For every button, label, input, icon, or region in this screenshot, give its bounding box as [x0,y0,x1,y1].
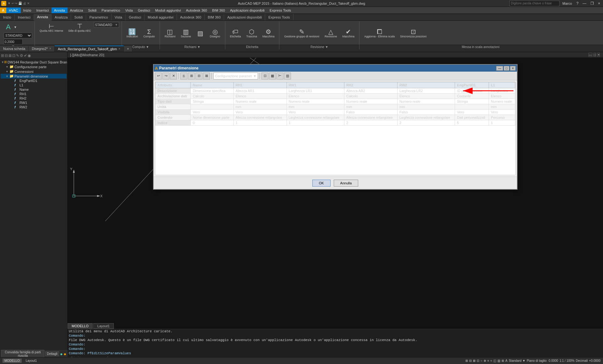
polar-icon[interactable]: ⊡ [477,359,479,362]
macchina2-btn[interactable]: ✔ Macchina [340,28,357,39]
revisione-btn[interactable]: △ Revisione [322,28,339,39]
dlg-delete-btn[interactable]: ✕ [170,73,177,79]
tab-bim360[interactable]: BIM 360 [205,14,224,20]
menu-hvac[interactable]: HVAC [6,8,21,13]
dlg-extra-2[interactable]: ▦ [269,73,276,79]
menu-home[interactable]: Inizio [21,8,34,13]
menu-annotate[interactable]: Annota [52,8,68,13]
tree-engpartid1[interactable]: f EngPartID1 [1,79,67,83]
tab-aecb-close[interactable]: × [118,47,120,51]
text-style-select[interactable]: STANDARD [4,33,32,38]
close-btn[interactable]: × [596,1,602,6]
dialog-restore-btn[interactable]: □ [504,66,509,71]
tab-nuova-scheda[interactable]: Nuova scheda [0,46,29,52]
tree-rw2[interactable]: f RW2 [1,105,67,109]
tree-param-dim[interactable]: ▼ 📁 Parametri dimensione [1,74,67,79]
tree-param-toggle[interactable]: ▼ [6,75,9,78]
restore-btn[interactable]: ❐ [589,1,595,6]
tree-name[interactable]: f Name [1,87,67,92]
minimize-btn[interactable]: — [581,1,588,6]
snap-icon[interactable]: ⊟ [469,359,472,362]
tree-root-toggle[interactable]: ▼ [1,61,4,64]
gestione-btn[interactable]: ✎ Gestione gruppo di revisioni [282,28,321,39]
computo-btn[interactable]: Σ Computo [141,28,157,39]
dim-style-btn[interactable]: ⊤ Stile di quota AEC [66,22,93,33]
menu-express-tools[interactable]: Express Tools [267,8,293,13]
search-input[interactable] [509,1,560,6]
tab-aecb[interactable]: Aecb_Rectangular_Duct_Takeoff_gbm × [55,46,124,52]
otrack-icon[interactable]: ⊕ [484,359,486,362]
model-tab[interactable]: MODELLO [68,323,93,329]
sincronizza-btn[interactable]: ⊡ Sincronizza posizioni [398,28,429,39]
menu-addins[interactable]: Moduli aggiuntivi [153,8,184,13]
menu-analyze[interactable]: Analizza [68,8,86,13]
tree-conn-toggle[interactable]: ▼ [6,70,9,73]
grid-icon[interactable]: ⊞ [465,359,468,362]
tab-vista[interactable]: Vista [112,14,126,20]
dlg-forward-btn[interactable]: ↪ [162,73,169,79]
tab-annotate[interactable]: Annota [34,14,52,21]
detail-btn[interactable]: ◎ Disegno [208,28,222,39]
model-tab-status[interactable]: MODELLO [3,359,22,363]
menu-parametric[interactable]: Parametrico [99,8,123,13]
tree-config-toggle[interactable]: ▼ [6,65,9,68]
tab-express[interactable]: Express Tools [265,14,293,20]
ok-button[interactable]: OK [312,180,331,187]
section-btn[interactable]: ▥ Sezione [178,28,193,39]
menu-manage[interactable]: Gestisci [135,8,153,13]
tree-connessioni[interactable]: ▼ 📁 Connessioni [1,69,67,74]
etichetta-btn[interactable]: 🏷 Etichetta [228,28,243,39]
canvas-area[interactable]: Y X A Parametri dimensione — [68,58,603,357]
aggiorna-btn[interactable]: ⧠ Aggiorna - Elimina scala [362,28,397,39]
tab-insert[interactable]: Inserisci [15,14,34,20]
viewport-close-btn[interactable]: × [597,53,600,57]
tree-l1[interactable]: f L1 [1,83,67,87]
dlg-clear-btn[interactable]: ⊠ [203,73,210,79]
tab-analyze[interactable]: Analizza [52,14,71,20]
tree-root[interactable]: ▼ ⊞ DW144 Rectangular Duct Square Branch… [1,60,67,64]
menu-file[interactable]: A [0,8,6,13]
tab-disegno2-close[interactable]: × [49,47,51,50]
layout1-tab-status[interactable]: Layout1 [24,359,39,363]
layer-value[interactable]: 0.0000 [549,359,558,362]
lineweight-icon[interactable]: ≈ [491,359,492,362]
trascina-btn[interactable]: ⬡ Trascina [244,28,259,39]
panel-icon-1[interactable]: ⊞ [1,53,4,58]
panel-icon-6[interactable]: ⚙ [20,53,23,58]
text-height-input[interactable] [4,39,23,45]
cancel-button[interactable]: Annulla [334,180,359,187]
tree-config-parte[interactable]: ▼ 📁 Configurazione parte [1,64,67,69]
tab-disegno2[interactable]: Disegno2* × [29,46,55,52]
multiline-text-btn[interactable]: A [4,22,13,32]
dlg-config-dropdown[interactable]: Configurazione paramet ▼ [213,73,258,79]
tab-gestisci[interactable]: Gestisci [126,14,145,20]
dlg-back-btn[interactable]: ↩ [155,73,162,79]
details-btn[interactable]: Dettagli [45,351,59,356]
menu-solid[interactable]: Solidi [85,8,99,13]
dlg-extra-3[interactable]: ⊢ [277,73,283,79]
workspace-select[interactable]: Standard ▼ [509,359,525,362]
callout-btn[interactable]: ◫ Richiami [162,28,178,39]
table-container[interactable]: Attributo Name RH1 RW1 RH2 RW2 EngPartID… [155,82,516,175]
tab-home[interactable]: Inizio [0,14,15,20]
gizmo-icon[interactable]: ⊞ [502,359,504,362]
tab-apps[interactable]: Applicazioni disponibili [224,14,265,20]
menu-view[interactable]: Vista [123,8,135,13]
indicators-btn[interactable]: 🔢 Indicatori [124,28,140,39]
menu-available-apps[interactable]: Applicazioni disponibili [227,8,267,13]
dlg-new-btn[interactable]: ⊞ [188,73,195,79]
tree-rw1[interactable]: f RW1 [1,101,67,105]
dialog-close-btn[interactable]: × [510,66,516,71]
tab-parametric[interactable]: Parametrico [86,14,111,20]
menu-bim360[interactable]: BIM 360 [210,8,227,13]
panel-icon-5[interactable]: ✎ [16,53,19,58]
panel-icon-7[interactable]: ✔ [24,53,27,58]
dynamic-icon[interactable]: ≡ [487,359,489,362]
dlg-extra-4[interactable]: ▥ [284,73,291,79]
elevation-btn[interactable]: ▨ [194,29,207,37]
viewport-max-btn[interactable]: □ [594,53,596,57]
viewport-min-btn[interactable]: — [589,53,592,57]
tree-rh2[interactable]: f RH2 [1,96,67,101]
panel-icon-4[interactable]: ⊡ [12,53,15,58]
menu-autodesk360[interactable]: Autodesk 360 [184,8,210,13]
